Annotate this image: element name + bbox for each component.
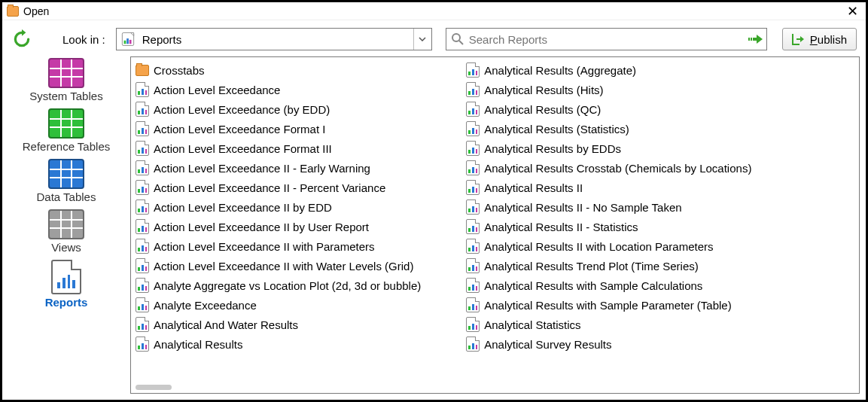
- report-item[interactable]: Action Level Exceedance II with Paramete…: [136, 236, 421, 256]
- report-icon: [466, 62, 480, 78]
- report-item[interactable]: Analytical Results: [136, 334, 421, 354]
- combo-arrow[interactable]: [413, 29, 431, 50]
- item-name: Action Level Exceedance: [154, 84, 280, 96]
- report-item[interactable]: Action Level Exceedance Format I: [136, 119, 421, 139]
- item-name: Analytical Results (QC): [484, 103, 601, 116]
- report-item[interactable]: Action Level Exceedance II - Early Warni…: [136, 158, 421, 178]
- report-item[interactable]: Analytical Results by EDDs: [466, 139, 751, 158]
- sidebar-item-label: Reference Tables: [23, 140, 110, 153]
- item-name: Analytical Results Trend Plot (Time Seri…: [484, 260, 699, 273]
- report-item[interactable]: Action Level Exceedance II with Water Le…: [136, 256, 421, 276]
- report-icon: [136, 258, 149, 273]
- item-name: Analytical Statistics: [484, 318, 580, 331]
- body: System TablesReference TablesData Tables…: [2, 56, 866, 400]
- svg-rect-8: [753, 38, 757, 41]
- report-icon: [136, 180, 149, 195]
- report-icon: [136, 337, 149, 352]
- svg-rect-3: [129, 40, 132, 44]
- combo-value: Reports: [139, 33, 413, 46]
- report-icon: [136, 82, 149, 97]
- report-icon: [136, 219, 149, 234]
- refresh-button[interactable]: [11, 29, 32, 50]
- report-icon: [466, 317, 480, 332]
- publish-button[interactable]: PPublishublish: [782, 28, 857, 50]
- folder-item[interactable]: Crosstabs: [136, 60, 421, 80]
- report-item[interactable]: Analyte Aggregate vs Location Plot (2d, …: [136, 276, 421, 295]
- svg-rect-6: [748, 38, 750, 41]
- file-column-1: CrosstabsAction Level ExceedanceAction L…: [136, 60, 421, 390]
- report-item[interactable]: Analytical Results with Sample Calculati…: [466, 276, 751, 295]
- report-icon: [466, 258, 480, 273]
- titlebar: Open ✕: [2, 2, 866, 20]
- report-item[interactable]: Analytical Results Crosstab (Chemicals b…: [466, 158, 751, 178]
- item-name: Analyte Aggregate vs Location Plot (2d, …: [154, 279, 421, 292]
- table-icon: [48, 209, 84, 239]
- sidebar-item-views[interactable]: Views: [48, 209, 84, 254]
- report-item[interactable]: Analytical Results II: [466, 178, 751, 197]
- report-item[interactable]: Analytical Results with Sample Parameter…: [466, 295, 751, 315]
- item-name: Action Level Exceedance (by EDD): [154, 103, 330, 116]
- publish-icon: [792, 33, 806, 45]
- item-name: Analytical Results Crosstab (Chemicals b…: [484, 162, 751, 175]
- publish-label: PPublishublish: [810, 33, 847, 46]
- file-pane[interactable]: CrosstabsAction Level ExceedanceAction L…: [130, 56, 860, 394]
- horizontal-scrollbar[interactable]: [136, 385, 172, 390]
- report-item[interactable]: Analytical Results (Statistics): [466, 119, 751, 139]
- chevron-down-icon: [419, 37, 426, 41]
- item-name: Action Level Exceedance II by User Repor…: [154, 221, 369, 233]
- item-name: Analytical Results with Sample Parameter…: [484, 299, 731, 312]
- report-item[interactable]: Action Level Exceedance Format III: [136, 139, 421, 158]
- svg-point-4: [452, 34, 460, 41]
- report-item[interactable]: Analytical Results II - No Sample Taken: [466, 197, 751, 217]
- sidebar-item-label: Views: [51, 241, 81, 254]
- item-name: Analytical Results (Statistics): [484, 123, 629, 136]
- item-name: Analytical Results with Sample Calculati…: [484, 279, 702, 292]
- report-item[interactable]: Analyte Exceedance: [136, 295, 421, 315]
- item-name: Analytical Results II with Location Para…: [484, 240, 713, 253]
- sidebar-item-label: Data Tables: [37, 190, 96, 203]
- report-item[interactable]: Action Level Exceedance II by EDD: [136, 197, 421, 217]
- report-item[interactable]: Analytical Results (QC): [466, 99, 751, 119]
- item-name: Action Level Exceedance II with Water Le…: [154, 260, 413, 273]
- item-name: Action Level Exceedance Format III: [154, 142, 332, 155]
- table-icon: [48, 58, 84, 88]
- report-item[interactable]: Action Level Exceedance II - Percent Var…: [136, 178, 421, 197]
- report-icon: [466, 219, 480, 234]
- close-button[interactable]: ✕: [844, 3, 861, 20]
- report-item[interactable]: Analytical Survey Results: [466, 334, 751, 354]
- item-name: Analyte Exceedance: [154, 299, 257, 312]
- report-item[interactable]: Analytical Results II - Statistics: [466, 217, 751, 236]
- item-name: Analytical Results (Aggregate): [484, 64, 636, 77]
- search-input[interactable]: [469, 33, 745, 46]
- report-item[interactable]: Action Level Exceedance (by EDD): [136, 99, 421, 119]
- sidebar-item-data-tables[interactable]: Data Tables: [37, 159, 96, 203]
- refresh-icon: [12, 29, 32, 49]
- report-item[interactable]: Action Level Exceedance II by User Repor…: [136, 217, 421, 236]
- open-dialog: Open ✕ Look in : Reports: [0, 0, 868, 402]
- report-item[interactable]: Analytical Results Trend Plot (Time Seri…: [466, 256, 751, 276]
- report-item[interactable]: Action Level Exceedance: [136, 80, 421, 99]
- sidebar-item-reports[interactable]: Reports: [45, 260, 88, 309]
- report-icon: [466, 180, 480, 195]
- report-item[interactable]: Analytical Statistics: [466, 315, 751, 334]
- sidebar-item-reference-tables[interactable]: Reference Tables: [23, 108, 110, 153]
- table-icon: [48, 108, 84, 139]
- item-name: Action Level Exceedance II with Paramete…: [154, 240, 374, 253]
- folder-icon: [136, 65, 149, 76]
- report-icon: [466, 199, 480, 215]
- report-item[interactable]: Analytical Results II with Location Para…: [466, 236, 751, 256]
- report-item[interactable]: Analytical Results (Aggregate): [466, 60, 751, 80]
- item-name: Analytical Results II: [484, 181, 583, 194]
- report-icon: [466, 102, 480, 117]
- look-in-combo[interactable]: Reports: [116, 28, 432, 50]
- report-item[interactable]: Analytical And Water Results: [136, 315, 421, 334]
- report-item[interactable]: Analytical Results (Hits): [466, 80, 751, 99]
- item-name: Action Level Exceedance II - Percent Var…: [154, 181, 385, 194]
- arrow-right-icon: [748, 34, 763, 44]
- search-box[interactable]: [446, 28, 767, 50]
- look-in-label: Look in :: [62, 33, 105, 46]
- search-go-button[interactable]: [745, 34, 766, 44]
- sidebar-item-system-tables[interactable]: System Tables: [29, 58, 102, 102]
- report-icon: [136, 199, 149, 215]
- svg-rect-1: [123, 41, 126, 44]
